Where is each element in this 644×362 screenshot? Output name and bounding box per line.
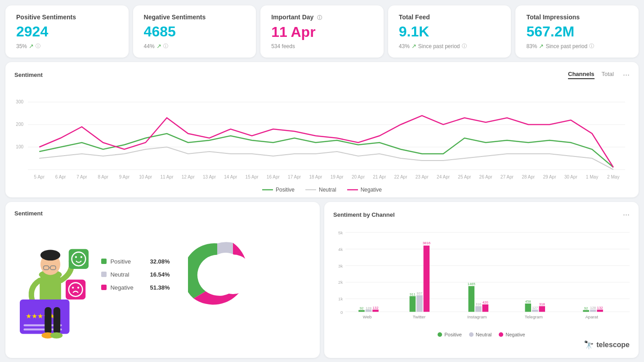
kpi-positive-sub: 35% ↗ ⓘ [16, 43, 118, 49]
kpi-total-impressions: Total Impressions 567.2M 83% ↗ Since pas… [515, 5, 639, 58]
kpi-importantday-title: Important Day ⓘ [271, 13, 373, 21]
bar-aparat-negative [597, 310, 603, 312]
line-chart-legend: Positive Neutral Negative [14, 187, 630, 193]
bar-aparat-positive [583, 310, 589, 312]
bar-twitter-negative [424, 246, 430, 312]
bar-instagram-positive [468, 286, 474, 312]
tab-total[interactable]: Total [602, 71, 614, 79]
bar-telegram-neutral [532, 310, 538, 312]
donut-hole [213, 255, 253, 294]
negative-info-icon: ⓘ [163, 43, 168, 49]
kpi-total-feed: Total Feed 9.1K 43% ↗ Since past period … [388, 5, 511, 58]
donut-legend: Positive 32.08% Neutral 16.54% Negative … [101, 258, 170, 291]
svg-text:420: 420 [483, 300, 488, 304]
positive-arrow: ↗ [29, 43, 34, 49]
svg-text:13 Apr: 13 Apr [203, 174, 216, 179]
bar-aparat-neutral [590, 310, 596, 312]
svg-text:15 Apr: 15 Apr [246, 174, 259, 179]
svg-text:23 Apr: 23 Apr [416, 174, 429, 179]
svg-text:5 Apr: 5 Apr [34, 174, 45, 179]
bar-legend-positive-label: Positive [444, 332, 462, 337]
svg-text:132: 132 [373, 306, 379, 310]
legend-item-positive: Positive 32.08% [101, 258, 170, 265]
bar-web-positive [358, 310, 365, 312]
svg-text:Web: Web [363, 314, 372, 319]
svg-text:Twitter: Twitter [413, 314, 426, 319]
bar-twitter-neutral [416, 295, 423, 312]
svg-text:8 Apr: 8 Apr [98, 174, 108, 179]
svg-text:92: 92 [584, 306, 588, 310]
totalfeed-info-icon: ⓘ [462, 43, 467, 49]
line-chart-title: Sentiment [14, 72, 43, 78]
svg-text:29 Apr: 29 Apr [543, 174, 556, 179]
telescope-icon: 🔭 [584, 340, 594, 350]
positive-dot [101, 259, 107, 264]
kpi-row: Positive Sentiments 2924 35% ↗ ⓘ Negativ… [5, 5, 639, 58]
impressions-pct: 83% [526, 43, 537, 49]
kpi-totalfeed-title: Total Feed [399, 13, 501, 21]
negative-legend-label: Negative [110, 284, 137, 291]
neutral-legend-label: Neutral [110, 271, 137, 278]
positive-info-icon: ⓘ [36, 43, 40, 49]
sentiment-line-chart-card: Sentiment Channels Total ··· 300 200 100… [5, 62, 639, 197]
kpi-important-day: Important Day ⓘ 11 Apr 534 feeds [260, 5, 384, 58]
neutral-legend-pct: 16.54% [150, 271, 170, 278]
bar-legend-negative-dot [499, 332, 503, 337]
bar-web-negative [372, 310, 379, 312]
bar-chart-title: Sentiment by Channel [333, 211, 395, 218]
kpi-impressions-title: Total Impressions [526, 13, 628, 21]
line-chart-menu[interactable]: ··· [623, 70, 630, 80]
svg-text:132: 132 [597, 306, 603, 310]
donut-area: Positive 32.08% Neutral 16.54% Negative … [14, 220, 311, 324]
bar-twitter-positive [410, 296, 416, 312]
svg-text:300: 300 [16, 99, 23, 104]
kpi-totalfeed-value: 9.1K [399, 23, 501, 40]
svg-text:20 Apr: 20 Apr [352, 174, 365, 179]
svg-text:21 Apr: 21 Apr [373, 174, 386, 179]
svg-text:28 Apr: 28 Apr [522, 174, 535, 179]
bar-chart-menu[interactable]: ··· [623, 210, 630, 219]
svg-text:458: 458 [525, 299, 531, 304]
donut-chart-title: Sentiment [14, 210, 311, 217]
legend-neutral-label: Neutral [319, 187, 336, 193]
telescope-brand-name: telescope [596, 341, 630, 349]
svg-rect-47 [24, 324, 62, 326]
svg-text:14 Apr: 14 Apr [224, 174, 237, 179]
kpi-negative-value: 4685 [144, 23, 246, 40]
kpi-totalfeed-sub: 43% ↗ Since past period ⓘ [399, 43, 501, 49]
bar-legend-neutral-dot [469, 332, 474, 337]
bar-legend-negative: Negative [499, 332, 525, 337]
svg-point-52 [50, 332, 63, 339]
line-chart-svg: 300 200 100 5 Apr 6 Apr 7 Apr 8 Apr 9 Ap… [14, 84, 630, 183]
bar-legend-positive: Positive [438, 332, 462, 337]
legend-negative-label: Negative [361, 187, 382, 193]
importantday-info-icon: ⓘ [317, 15, 322, 20]
svg-text:Instagram: Instagram [467, 314, 487, 319]
positive-pct: 35% [16, 43, 27, 49]
tab-channels[interactable]: Channels [568, 71, 595, 79]
totalfeed-arrow: ↗ [411, 43, 416, 49]
kpi-positive-sentiments: Positive Sentiments 2924 35% ↗ ⓘ [5, 5, 129, 58]
telescope-brand: 🔭 telescope [333, 340, 630, 350]
svg-text:18 Apr: 18 Apr [309, 174, 322, 179]
sentiment-by-channel-card: Sentiment by Channel ··· 5k 4k 3k 2k 1k … [324, 202, 639, 358]
impressions-arrow: ↗ [539, 43, 544, 49]
donut-neutral [217, 242, 233, 255]
legend-item-neutral: Neutral 16.54% [101, 271, 170, 278]
svg-text:12 Apr: 12 Apr [182, 174, 195, 179]
bar-legend-negative-label: Negative [505, 332, 525, 337]
positive-legend-pct: 32.08% [150, 258, 170, 265]
svg-text:19 Apr: 19 Apr [331, 174, 344, 179]
svg-text:27 Apr: 27 Apr [501, 174, 514, 179]
svg-text:318: 318 [539, 302, 545, 306]
neutral-line [39, 147, 613, 170]
bottom-row: Sentiment [5, 202, 639, 358]
neutral-dot [101, 272, 107, 277]
line-chart-header: Sentiment Channels Total ··· [14, 70, 630, 80]
svg-text:6 Apr: 6 Apr [55, 174, 66, 179]
svg-text:3k: 3k [338, 264, 343, 268]
legend-neutral: Neutral [305, 187, 336, 193]
svg-text:316: 316 [475, 302, 481, 306]
svg-text:17 Apr: 17 Apr [288, 174, 301, 179]
svg-text:5k: 5k [338, 230, 343, 235]
